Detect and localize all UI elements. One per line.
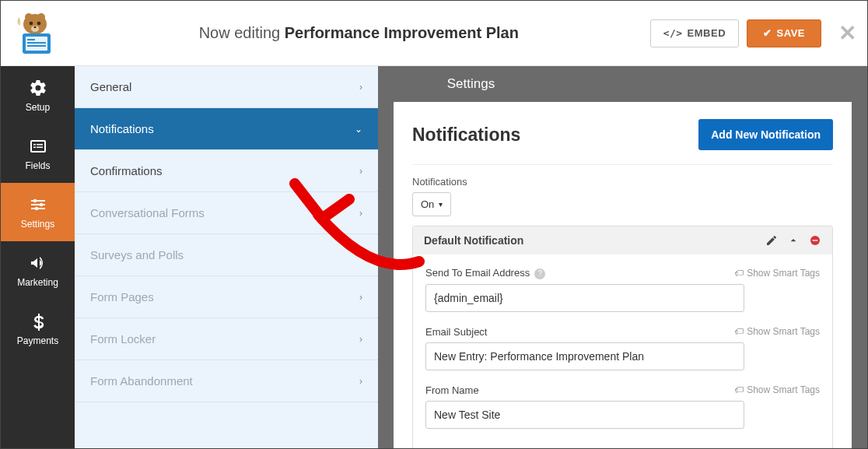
svg-point-2 (37, 13, 45, 21)
svg-rect-10 (27, 42, 46, 44)
sliders-icon (29, 195, 47, 214)
submenu-item-surveys-and-polls[interactable]: Surveys and Polls› (75, 234, 378, 276)
gear-icon (29, 79, 47, 97)
from-name-input[interactable] (425, 401, 744, 429)
svg-point-4 (37, 21, 41, 25)
svg-rect-14 (37, 144, 43, 146)
chevron-down-icon: ⌄ (355, 124, 362, 135)
svg-rect-15 (33, 146, 36, 148)
nav-marketing[interactable]: Marketing (1, 241, 75, 300)
nav-settings-label: Settings (21, 219, 54, 230)
nav-fields[interactable]: Fields (1, 125, 75, 183)
save-button[interactable]: ✔ SAVE (747, 19, 821, 47)
svg-rect-11 (27, 45, 46, 47)
delete-icon[interactable] (809, 234, 821, 247)
collapse-icon[interactable] (787, 234, 800, 247)
submenu-label: Notifications (90, 122, 154, 135)
subject-label: Email Subject (425, 326, 487, 338)
chevron-down-icon: ▾ (439, 200, 443, 209)
notification-name: Default Notification (424, 234, 523, 247)
app-logo (12, 10, 58, 57)
tag-icon: 🏷 (734, 268, 744, 279)
nav-setup-label: Setup (26, 102, 50, 113)
chevron-right-icon: › (359, 250, 362, 261)
submenu-label: General (90, 80, 131, 93)
from-name-label: From Name (425, 384, 479, 396)
chevron-right-icon: › (359, 166, 362, 177)
svg-point-21 (39, 202, 42, 205)
notifications-toggle-label: Notifications (412, 176, 833, 188)
close-icon[interactable]: ✕ (838, 20, 856, 46)
nav-marketing-label: Marketing (17, 277, 58, 288)
submenu-item-form-pages[interactable]: Form Pages› (75, 276, 378, 318)
page-title: Now editing Performance Improvement Plan (68, 24, 650, 42)
icon-sidebar: Setup Fields Settings Marketing Payments (1, 66, 75, 448)
default-notification-card: Default Notification Send To Email Addre… (412, 226, 833, 448)
svg-rect-13 (33, 144, 36, 146)
nav-settings[interactable]: Settings (1, 183, 75, 241)
smart-tags-link[interactable]: 🏷Show Smart Tags (734, 268, 820, 279)
svg-rect-24 (813, 240, 818, 240)
chevron-right-icon: › (359, 334, 362, 345)
submenu-label: Confirmations (90, 164, 163, 177)
check-icon: ✔ (763, 27, 772, 39)
chevron-right-icon: › (359, 208, 362, 219)
submenu-label: Form Abandonment (90, 374, 193, 388)
svg-point-6 (33, 26, 36, 27)
embed-button[interactable]: </> EMBED (650, 19, 739, 47)
submenu-item-confirmations[interactable]: Confirmations› (75, 150, 378, 192)
submenu-item-general[interactable]: General› (75, 66, 378, 108)
svg-rect-17 (31, 200, 45, 202)
editing-prefix: Now editing (199, 24, 281, 41)
bullhorn-icon (29, 254, 47, 272)
submenu-item-conversational-forms[interactable]: Conversational Forms› (75, 192, 378, 234)
tag-icon: 🏷 (734, 326, 744, 337)
smart-tags-link-2[interactable]: 🏷Show Smart Tags (734, 326, 820, 337)
send-to-input[interactable] (425, 284, 744, 312)
nav-setup[interactable]: Setup (1, 66, 75, 125)
svg-point-3 (30, 21, 33, 25)
submenu-item-notifications[interactable]: Notifications⌄ (75, 108, 378, 150)
svg-rect-9 (27, 39, 35, 40)
add-notification-button[interactable]: Add New Notification (698, 119, 833, 150)
list-icon (29, 137, 47, 156)
submenu-label: Form Pages (90, 290, 154, 303)
svg-point-1 (25, 13, 33, 21)
save-label: SAVE (777, 27, 805, 39)
dollar-icon (29, 312, 47, 331)
main-panel: Settings Notifications Add New Notificat… (378, 66, 867, 448)
help-icon[interactable]: ? (534, 268, 545, 279)
nav-payments[interactable]: Payments (1, 300, 75, 358)
notifications-toggle[interactable]: On ▾ (412, 192, 451, 216)
subject-input[interactable] (425, 342, 744, 370)
svg-point-20 (33, 198, 36, 202)
chevron-right-icon: › (359, 292, 362, 303)
code-icon: </> (663, 27, 683, 39)
nav-fields-label: Fields (25, 160, 50, 171)
panel-title: Notifications (412, 125, 520, 146)
embed-label: EMBED (688, 27, 726, 39)
submenu-label: Surveys and Polls (90, 248, 184, 261)
nav-payments-label: Payments (17, 335, 58, 346)
tag-icon: 🏷 (734, 384, 744, 395)
toggle-value: On (421, 198, 434, 210)
svg-rect-12 (31, 141, 45, 152)
chevron-right-icon: › (359, 376, 362, 387)
submenu-label: Form Locker (90, 332, 156, 346)
smart-tags-link-3[interactable]: 🏷Show Smart Tags (734, 384, 820, 395)
header-bar: Now editing Performance Improvement Plan… (1, 1, 867, 66)
edit-icon[interactable] (765, 234, 778, 247)
svg-rect-18 (31, 204, 45, 205)
svg-point-22 (34, 206, 37, 209)
submenu-label: Conversational Forms (90, 206, 205, 219)
form-name: Performance Improvement Plan (285, 24, 519, 41)
send-to-label: Send To Email Address? (425, 267, 545, 279)
submenu-item-form-abandonment[interactable]: Form Abandonment› (75, 360, 378, 402)
submenu-item-form-locker[interactable]: Form Locker› (75, 318, 378, 360)
svg-rect-16 (37, 146, 43, 148)
settings-submenu: General›Notifications⌄Confirmations›Conv… (75, 66, 378, 448)
chevron-right-icon: › (359, 82, 362, 93)
